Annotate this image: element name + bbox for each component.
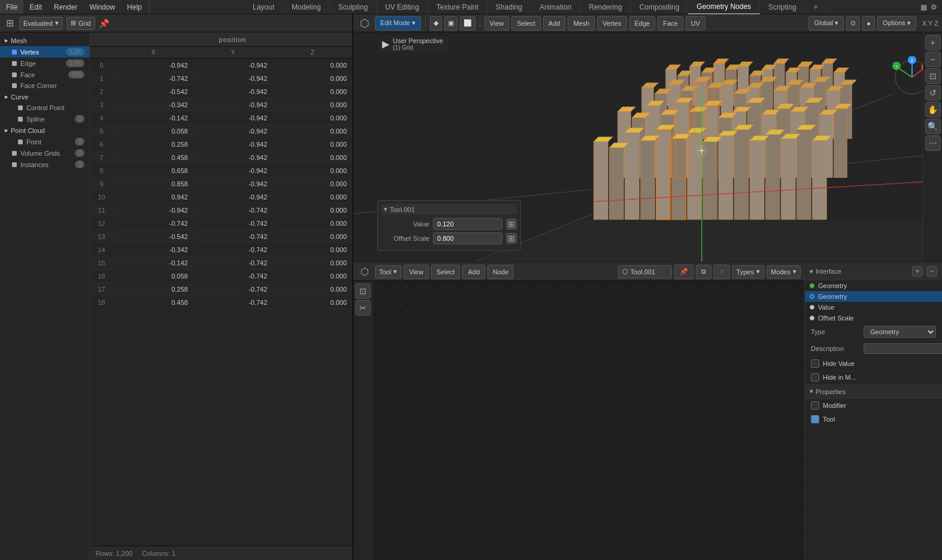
- vp-vert-icon[interactable]: ◆: [430, 16, 442, 31]
- options-btn[interactable]: Options ▾: [877, 16, 916, 31]
- interface-add-btn[interactable]: +: [912, 266, 923, 277]
- pin-icon[interactable]: 📌: [99, 19, 109, 28]
- mesh-menu[interactable]: Mesh: [568, 16, 595, 31]
- ws-geometry-nodes[interactable]: Geometry Nodes: [688, 0, 760, 14]
- node-copy-btn[interactable]: ⧉: [696, 265, 711, 279]
- vertex-menu[interactable]: Vertex: [597, 16, 626, 31]
- spreadsheet-toolbar: ⊞ Evaluated ▾ ⊞ Grid 📌: [0, 14, 352, 32]
- modes-dropdown[interactable]: Modes ▾: [767, 265, 801, 279]
- ws-add[interactable]: +: [805, 0, 827, 14]
- modifier-check[interactable]: [811, 401, 819, 410]
- cell-index: 10: [90, 193, 114, 201]
- view-menu[interactable]: View: [484, 16, 510, 31]
- node-canvas[interactable]: ▾ Group Input Geometry Value: [353, 281, 804, 560]
- point-item[interactable]: Point 0: [0, 136, 89, 147]
- hide-in-row[interactable]: Hide in M...: [805, 371, 942, 385]
- spline-item[interactable]: Spline 0: [0, 113, 89, 125]
- menu-file[interactable]: File: [0, 0, 23, 14]
- vp-zoom-in[interactable]: +: [925, 35, 941, 50]
- iface-offset-scale[interactable]: Offset Scale: [805, 313, 942, 323]
- curve-header[interactable]: ▸ Curve: [0, 91, 89, 102]
- menu-edit[interactable]: Edit: [23, 0, 48, 14]
- iface-geom-act-socket: [810, 294, 814, 299]
- face-item[interactable]: Face 600: [0, 69, 89, 80]
- ws-animation[interactable]: Animation: [531, 0, 580, 14]
- vp-pan[interactable]: ✋: [925, 102, 941, 117]
- iface-geometry-active[interactable]: Geometry: [805, 291, 942, 302]
- edit-mode-btn[interactable]: Edit Mode ▾: [375, 16, 421, 31]
- ws-compositing[interactable]: Compositing: [631, 0, 689, 14]
- menu-help[interactable]: Help: [121, 0, 148, 14]
- face-menu[interactable]: Face: [658, 16, 683, 31]
- perspective-text: User Perspective: [393, 37, 443, 44]
- vp-zoom-out[interactable]: −: [925, 52, 941, 67]
- node-mode-dropdown[interactable]: Tool ▾: [375, 265, 401, 279]
- cell-index: 3: [90, 101, 114, 108]
- ws-modeling[interactable]: Modeling: [283, 0, 330, 14]
- svg-rect-111: [781, 138, 795, 219]
- global-dropdown[interactable]: Global ▾: [808, 16, 844, 31]
- ws-shading[interactable]: Shading: [487, 0, 531, 14]
- node-add-menu[interactable]: Add: [462, 265, 485, 279]
- menu-window[interactable]: Window: [83, 0, 121, 14]
- edge-menu[interactable]: Edge: [629, 16, 656, 31]
- add-menu[interactable]: Add: [543, 16, 566, 31]
- ws-layout[interactable]: Layout: [244, 0, 283, 14]
- hide-in-check[interactable]: [811, 373, 819, 382]
- evaluated-dropdown[interactable]: Evaluated ▾: [19, 17, 63, 30]
- ws-uv-editing[interactable]: UV Editing: [377, 0, 428, 14]
- uv-menu[interactable]: UV: [686, 16, 705, 31]
- vp-edge-icon[interactable]: ▣: [444, 16, 458, 31]
- type-dropdown[interactable]: Geometry Float Vector Boolean: [864, 326, 936, 338]
- hide-value-check[interactable]: [811, 359, 819, 368]
- control-point-item[interactable]: Control Point: [0, 102, 89, 113]
- domain-tree: ▸ Mesh Vertex 1.2K Edge 1.6K Face 600: [0, 32, 90, 560]
- vertex-item[interactable]: Vertex 1.2K: [0, 46, 89, 57]
- node-close-btn[interactable]: ✕: [714, 265, 730, 279]
- iface-value[interactable]: Value: [805, 302, 942, 313]
- ws-rendering[interactable]: Rendering: [580, 0, 631, 14]
- node-select-menu[interactable]: Select: [431, 265, 461, 279]
- volume-grids-item[interactable]: Volume Grids 0: [0, 147, 89, 159]
- vp-reset[interactable]: 🔍: [925, 119, 941, 134]
- mesh-header[interactable]: ▸ Mesh: [0, 35, 89, 46]
- node-node-menu[interactable]: Node: [487, 265, 514, 279]
- node-cut-tool[interactable]: ✂: [355, 300, 371, 316]
- ws-texture-paint[interactable]: Texture Paint: [428, 0, 487, 14]
- ws-sculpting[interactable]: Sculpting: [330, 0, 377, 14]
- menu-render[interactable]: Render: [48, 0, 83, 14]
- tool-offset-plus[interactable]: ⊞: [506, 233, 517, 244]
- vp-extras[interactable]: ⋯: [925, 135, 941, 151]
- hide-value-row[interactable]: Hide Value: [805, 357, 942, 371]
- point-cloud-header[interactable]: ▸ Point Cloud: [0, 125, 89, 136]
- tool-row[interactable]: Tool: [805, 413, 942, 426]
- node-select-tool[interactable]: ⊡: [355, 283, 371, 299]
- select-menu[interactable]: Select: [511, 16, 541, 31]
- tool-value-field[interactable]: 0.120: [433, 218, 502, 230]
- interface-remove-btn[interactable]: −: [926, 266, 937, 277]
- node-pin-btn[interactable]: 📌: [674, 265, 693, 279]
- tool-check[interactable]: [811, 415, 819, 423]
- vp-orbit[interactable]: ↺: [925, 85, 941, 101]
- types-dropdown[interactable]: Types ▾: [732, 265, 764, 279]
- vertex-dot: [12, 50, 17, 55]
- grid-display-dropdown[interactable]: ⊞ Grid: [66, 17, 95, 30]
- ws-scripting[interactable]: Scripting: [760, 0, 805, 14]
- tool-value-plus[interactable]: ⊞: [506, 219, 517, 229]
- face-corner-item[interactable]: Face Corner: [0, 80, 89, 91]
- node-view-menu[interactable]: View: [404, 265, 429, 279]
- tool-offset-field[interactable]: 0.800: [433, 232, 502, 244]
- iface-geometry-output[interactable]: Geometry: [805, 280, 942, 291]
- edge-item[interactable]: Edge 1.6K: [0, 57, 89, 69]
- vp-face-icon[interactable]: ⬜: [460, 16, 475, 31]
- overlays-icon[interactable]: ⊙: [846, 16, 860, 31]
- vp-zoom-all[interactable]: ⊡: [925, 68, 941, 84]
- properties-section-header[interactable]: ▾ Properties: [805, 385, 942, 399]
- shading-icon[interactable]: ●: [862, 16, 875, 31]
- modifier-row[interactable]: Modifier: [805, 399, 942, 413]
- nodetree-select[interactable]: ⬡ Tool.001: [618, 265, 672, 279]
- instances-item[interactable]: Instances 0: [0, 159, 89, 170]
- description-input[interactable]: [864, 343, 942, 354]
- interface-section-header[interactable]: ▾ Interface + −: [805, 263, 942, 280]
- node-left-tools: ⊡ ✂: [353, 281, 372, 560]
